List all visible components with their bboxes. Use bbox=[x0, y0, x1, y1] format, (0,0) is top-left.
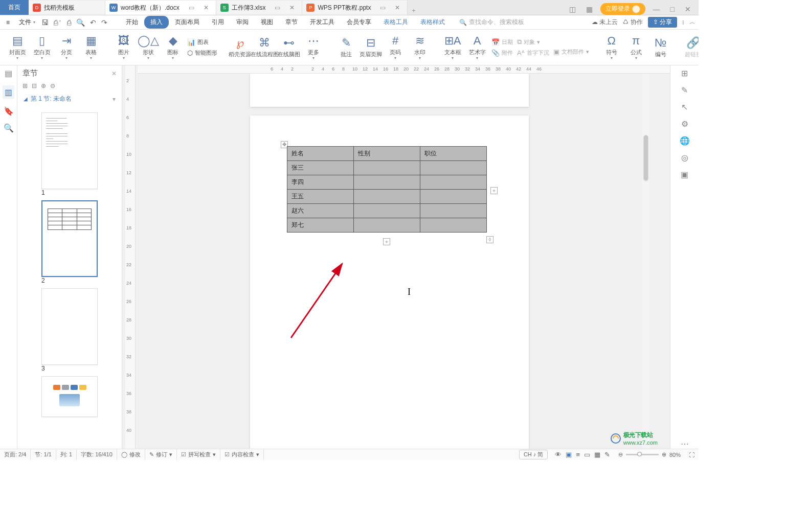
close-tab-icon[interactable]: ✕ bbox=[392, 4, 403, 11]
icon-button[interactable]: ◆图标▾ bbox=[161, 32, 185, 63]
tab-daoke-templates[interactable]: D 找稻壳模板 bbox=[29, 1, 105, 15]
ai-write-icon[interactable]: ✎ bbox=[681, 85, 688, 95]
print-preview-icon[interactable]: ⎙⁺ bbox=[54, 18, 62, 27]
tab-menu-icon[interactable]: ▭ bbox=[186, 4, 197, 11]
zoom-knob[interactable] bbox=[637, 452, 642, 456]
zoom-out-icon[interactable]: ⊖ bbox=[618, 451, 623, 458]
cover-page-button[interactable]: ▤封面页▾ bbox=[5, 32, 30, 63]
table-row[interactable]: 王五 bbox=[287, 189, 487, 203]
status-spellcheck[interactable]: ☑拼写检查 ▾ bbox=[177, 449, 220, 460]
page-thumbnail-1[interactable]: ━━━━━━━━━━━━━━━━━━━━━━━━━━━━━━━━━━━━━━━━… bbox=[41, 112, 98, 189]
table-button[interactable]: ▦表格▾ bbox=[79, 32, 103, 63]
more-button[interactable]: ⋯更多▾ bbox=[301, 32, 326, 63]
tab-menu-icon[interactable]: ▭ bbox=[377, 4, 389, 11]
expand-all-icon[interactable]: ⊞ bbox=[23, 82, 28, 89]
login-button[interactable]: 立即登录 bbox=[600, 3, 645, 15]
skin-icon[interactable]: ◫ bbox=[567, 5, 578, 13]
table-add-col-handle[interactable]: ＋ bbox=[490, 187, 498, 194]
tab-reference[interactable]: 引用 bbox=[206, 16, 230, 29]
table-cell[interactable] bbox=[420, 175, 487, 189]
document-table[interactable]: 姓名 性别 职位 张三 李四 王五 赵六 郑七 bbox=[287, 146, 487, 233]
scrollbar-thumb[interactable] bbox=[643, 135, 648, 181]
flowchart-button[interactable]: ⌘在线流程图 bbox=[252, 32, 277, 63]
status-word-count[interactable]: 字数: 16/410 bbox=[77, 449, 117, 460]
table-header-cell[interactable]: 姓名 bbox=[287, 146, 354, 160]
zoom-in-icon[interactable]: ⊕ bbox=[662, 451, 666, 458]
shape-button[interactable]: ◯△形状▾ bbox=[136, 32, 161, 63]
outline-view-icon[interactable]: ≡ bbox=[576, 451, 580, 458]
ime-indicator[interactable]: CH ♪ 简 bbox=[519, 450, 548, 459]
collapse-all-icon[interactable]: ⊟ bbox=[32, 82, 37, 89]
blank-page-button[interactable]: ▯空白页▾ bbox=[30, 32, 54, 63]
bookmark-rail-icon[interactable]: 🔖 bbox=[4, 106, 14, 116]
hyperlink-button[interactable]: 🔗超链接 bbox=[681, 32, 699, 63]
table-add-row-handle[interactable]: ＋ bbox=[383, 238, 390, 245]
table-cell[interactable] bbox=[420, 160, 487, 175]
table-cell[interactable] bbox=[354, 189, 420, 203]
table-row[interactable]: 李四 bbox=[287, 175, 487, 189]
page-thumbnail-2[interactable] bbox=[41, 200, 98, 277]
tab-menu-icon[interactable]: ▭ bbox=[272, 4, 283, 11]
page-number-button[interactable]: #页码▾ bbox=[383, 32, 408, 63]
close-panel-icon[interactable]: ✕ bbox=[111, 70, 117, 77]
share-button[interactable]: ⇪ 分享 bbox=[648, 17, 677, 28]
table-cell[interactable]: 张三 bbox=[287, 160, 354, 175]
table-cell[interactable]: 王五 bbox=[287, 189, 354, 203]
tab-devtools[interactable]: 开发工具 bbox=[304, 16, 341, 29]
picture-button[interactable]: 🖼图片▾ bbox=[111, 32, 136, 63]
tab-pagelayout[interactable]: 页面布局 bbox=[169, 16, 206, 29]
document-canvas[interactable]: 6422468101214161820222426283032343638404… bbox=[122, 65, 670, 449]
table-row[interactable]: 赵六 bbox=[287, 203, 487, 218]
table-row[interactable]: 姓名 性别 职位 bbox=[287, 146, 487, 160]
tab-xlsx[interactable]: S 工作簿3.xlsx ▭ ✕ bbox=[216, 1, 303, 15]
object-button[interactable]: ⧉对象 ▾ bbox=[515, 37, 551, 47]
vertical-scrollbar[interactable] bbox=[642, 74, 649, 449]
table-row[interactable]: 张三 bbox=[287, 160, 487, 175]
status-column[interactable]: 列: 1 bbox=[56, 449, 77, 460]
zoom-control[interactable]: ⊖ ⊕ 80% bbox=[614, 451, 685, 458]
horizontal-ruler[interactable]: 6422468101214161820222426283032343638404… bbox=[138, 65, 670, 74]
daoke-resource-button[interactable]: ℘稻壳资源 bbox=[228, 32, 252, 63]
redo-icon[interactable]: ↷ bbox=[101, 18, 107, 27]
table-cell[interactable]: 郑七 bbox=[287, 218, 354, 232]
formula-button[interactable]: π公式▾ bbox=[624, 32, 648, 63]
page-thumbnails[interactable]: ━━━━━━━━━━━━━━━━━━━━━━━━━━━━━━━━━━━━━━━━… bbox=[17, 107, 122, 449]
table-header-cell[interactable]: 性别 bbox=[354, 146, 420, 160]
tab-member[interactable]: 会员专享 bbox=[341, 16, 377, 29]
zoom-value[interactable]: 80% bbox=[669, 452, 681, 458]
section-item[interactable]: ◢ 第 1 节: 未命名 ▾ bbox=[17, 90, 122, 107]
status-revise[interactable]: ◯修改 bbox=[117, 449, 145, 460]
select-icon[interactable]: ↖ bbox=[681, 102, 688, 112]
smartart-button[interactable]: ⬡智能图形 bbox=[185, 48, 219, 58]
table-cell[interactable] bbox=[354, 203, 420, 218]
minimize-icon[interactable]: — bbox=[650, 5, 663, 13]
page-2[interactable]: ✥ 姓名 性别 职位 张三 李四 王五 赵六 郑七 ＋ ◊ ＋ bbox=[250, 115, 529, 449]
doc-part-button[interactable]: ▣文档部件 ▾ bbox=[551, 47, 591, 57]
page-thumbnail-3[interactable] bbox=[41, 288, 98, 365]
dropcap-button[interactable]: Aᴬ首字下沉 bbox=[515, 48, 551, 58]
focus-icon[interactable]: ✎ bbox=[604, 451, 610, 458]
resource-rail-icon[interactable]: ▣ bbox=[681, 170, 688, 179]
date-button[interactable]: 📅日期 bbox=[489, 37, 515, 47]
wordart-button[interactable]: A艺术字▾ bbox=[465, 32, 489, 63]
undo-icon[interactable]: ↶ bbox=[90, 18, 96, 27]
settings-icon[interactable]: ⚙ bbox=[681, 119, 688, 129]
zoom-slider[interactable] bbox=[626, 454, 659, 455]
numbering-button[interactable]: №编号 bbox=[648, 32, 673, 63]
eye-icon[interactable]: 👁 bbox=[555, 451, 562, 458]
collapse-ribbon-icon[interactable]: ︿ bbox=[689, 18, 695, 27]
app-menu-icon[interactable]: ≡ bbox=[3, 19, 13, 26]
chapter-icon[interactable]: ▥ bbox=[3, 85, 14, 99]
status-content-check[interactable]: ☑内容检查 ▾ bbox=[220, 449, 264, 460]
new-icon[interactable]: ⊞ bbox=[681, 68, 688, 78]
tab-insert[interactable]: 插入 bbox=[144, 16, 169, 29]
more-rail-icon[interactable]: ⋯ bbox=[681, 439, 689, 449]
attach-button[interactable]: 📎附件 bbox=[489, 48, 515, 58]
table-header-cell[interactable]: 职位 bbox=[420, 146, 487, 160]
table-cell[interactable] bbox=[354, 160, 420, 175]
table-cell[interactable] bbox=[420, 218, 487, 232]
textbox-button[interactable]: ⊞A文本框▾ bbox=[440, 32, 465, 63]
status-revision[interactable]: ✎修订 ▾ bbox=[145, 449, 177, 460]
table-resize-handle[interactable]: ◊ bbox=[486, 236, 493, 243]
table-row[interactable]: 郑七 bbox=[287, 218, 487, 232]
